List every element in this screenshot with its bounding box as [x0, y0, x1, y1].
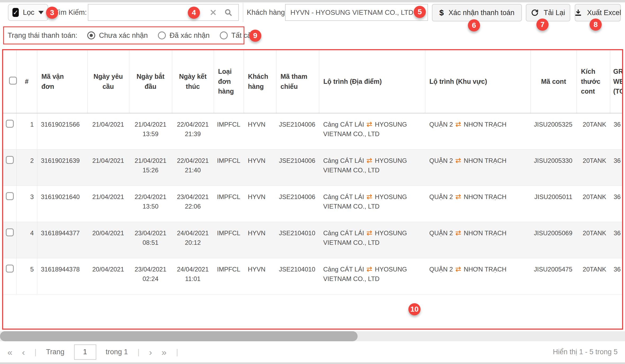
date-value: 22/04/2021 [131, 192, 170, 202]
row-checkbox[interactable] [6, 228, 14, 236]
cell-route-area: QUẬN 2NHƠN TRẠCH [425, 149, 531, 186]
page-label: Trang [46, 348, 65, 356]
table-row: 43161894437720/04/202123/04/202108:5124/… [3, 222, 623, 258]
cell-container-code: JISU2005011 [531, 186, 577, 222]
time-value: 22:06 [174, 202, 212, 211]
swap-arrows-icon [366, 229, 373, 237]
swap-arrows-icon [455, 157, 462, 164]
cell-request-date: 20/04/2021 [87, 258, 129, 294]
radio-tat-ca[interactable]: Tất cả [220, 31, 251, 40]
header-cell-9: Lộ trình (Khu vực) [425, 50, 531, 113]
annotation-badge-4: 4 [188, 7, 200, 19]
header-cell-8: Lộ trình (Địa điểm) [319, 50, 425, 113]
table-row: 33161902164021/04/202122/04/202113:5023/… [3, 186, 623, 222]
row-checkbox[interactable] [6, 120, 14, 128]
cell-checkbox [3, 258, 16, 294]
cell-ref-code: JSE2104006 [276, 186, 319, 222]
cell-start-date: 22/04/202113:50 [129, 186, 172, 222]
clear-icon[interactable] [210, 9, 217, 16]
radio-chua-xac-nhan[interactable]: Chưa xác nhận [87, 31, 148, 40]
cell-ref-code: JSE2104006 [276, 149, 319, 186]
pager-divider: | [138, 348, 140, 357]
results-summary: Hiển thị 1 - 5 trong 5 [553, 348, 618, 356]
cell-customer: HYVN [244, 113, 276, 149]
cell-customer: HYVN [244, 258, 276, 294]
radio-da-xac-nhan[interactable]: Đã xác nhận [158, 31, 210, 40]
filter-checkbox-checked[interactable] [12, 8, 19, 17]
page-number-input[interactable]: 1 [74, 344, 96, 360]
header-cell-3: Ngày bắt đầu [129, 50, 172, 113]
scrollbar-thumb[interactable] [0, 331, 358, 341]
cell-bill-code: 31619021639 [37, 149, 87, 186]
row-checkbox[interactable] [6, 156, 14, 164]
cell-route-location: Cảng CÁT LÁIHYOSUNG VIETNAM CO., LTD [319, 258, 425, 294]
table-row: 23161902163921/04/202121/04/202115:2622/… [3, 149, 623, 186]
time-value: 02:24 [131, 274, 170, 284]
search-icon[interactable] [224, 8, 232, 17]
cell-order-type: IMPFCL [214, 149, 244, 186]
confirm-payment-button[interactable]: $ Xác nhận thanh toán [432, 4, 522, 21]
header-cell-10: Mã cont [531, 50, 577, 113]
date-value: 21/04/2021 [131, 120, 170, 129]
cell-container-size: 20TANK [577, 186, 610, 222]
annotation-badge-5: 5 [414, 6, 426, 18]
cell-end-date: 22/04/202121:40 [172, 149, 214, 186]
customer-select[interactable]: HYVN - HYOSUNG VIETNAM CO., LTD [285, 4, 428, 21]
route-from: Cảng CÁT LÁI [323, 266, 364, 273]
route-from: Cảng CÁT LÁI [323, 121, 364, 128]
cell-container-size: 20TANK [577, 222, 610, 258]
first-page-button[interactable]: « [7, 348, 12, 357]
cell-route-area: QUẬN 2NHƠN TRẠCH [425, 258, 531, 294]
cell-gross-weight: 36 [610, 149, 623, 186]
route-to: NHƠN TRẠCH [464, 157, 506, 164]
cell-container-code: JISU2005325 [531, 113, 577, 149]
header-cell-4: Ngày kết thúc [172, 50, 214, 113]
search-input[interactable] [88, 4, 239, 21]
cell-start-date: 21/04/202113:59 [129, 113, 172, 149]
radio-icon [158, 31, 166, 39]
filter-button[interactable]: Lọc [8, 4, 48, 21]
next-page-button[interactable]: › [149, 348, 152, 357]
swap-arrows-icon [455, 193, 462, 200]
filter-button-label: Lọc [23, 8, 34, 17]
date-value: 21/04/2021 [131, 156, 170, 165]
route-to: NHƠN TRẠCH [464, 121, 506, 128]
cell-container-code: JISU2005475 [531, 258, 577, 294]
search-label: Tìm Kiếm: [54, 8, 87, 17]
header-cell-6: Khách hàng [244, 50, 276, 113]
cell-order-type: IMPFCL [214, 258, 244, 294]
radio-icon [220, 31, 228, 39]
refresh-icon [531, 9, 539, 17]
route-to: NHƠN TRẠCH [464, 266, 506, 273]
export-excel-label: Xuất Excel [587, 9, 621, 17]
last-page-button[interactable]: » [162, 348, 167, 357]
header-cell-5: Loại đơn hàng [214, 50, 244, 113]
toolbar-divider [243, 3, 243, 22]
radio-label: Đã xác nhận [170, 31, 210, 40]
chevron-down-icon [38, 11, 44, 14]
cell-gross-weight: 36 [610, 222, 623, 258]
row-checkbox[interactable] [6, 192, 14, 200]
table-row: 13161902156621/04/202121/04/202113:5922/… [3, 113, 623, 149]
cell-bill-code: 31619021566 [37, 113, 87, 149]
reload-button[interactable]: Tải Lại [526, 4, 570, 21]
cell-customer: HYVN [244, 186, 276, 222]
prev-page-button[interactable]: ‹ [22, 348, 25, 357]
time-value: 20:12 [174, 238, 212, 247]
header-cell-11: Kích thước cont [577, 50, 610, 113]
route-to: NHƠN TRẠCH [464, 229, 506, 237]
cell-checkbox [3, 222, 16, 258]
select-all-checkbox[interactable] [9, 77, 17, 85]
row-checkbox[interactable] [6, 265, 14, 273]
cell-end-date: 22/04/202121:39 [172, 113, 214, 149]
route-from: Cảng CÁT LÁI [323, 157, 364, 164]
pager-divider: | [176, 348, 178, 357]
cell-customer: HYVN [244, 222, 276, 258]
horizontal-scrollbar[interactable] [0, 331, 625, 341]
cell-route-location: Cảng CÁT LÁIHYOSUNG VIETNAM CO., LTD [319, 186, 425, 222]
page-total-label: trong 1 [106, 348, 128, 356]
cell-index: 4 [16, 222, 37, 258]
confirm-payment-label: Xác nhận thanh toán [449, 9, 514, 17]
annotation-badge-3: 3 [46, 7, 58, 19]
annotation-badge-10: 10 [408, 303, 421, 315]
